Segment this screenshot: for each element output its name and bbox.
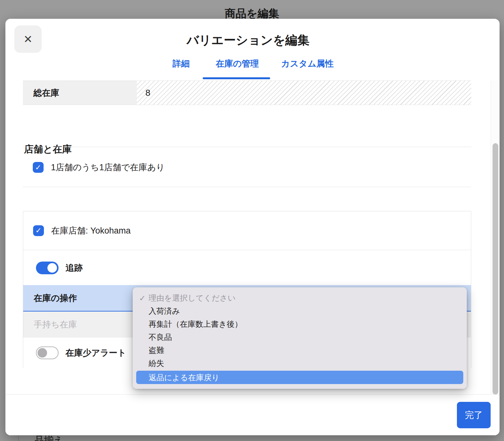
store-checkbox-row[interactable]: ✓ 在庫店舗: Yokohama <box>23 211 471 250</box>
dropdown-option-recount[interactable]: 再集計（在庫数上書き後） <box>133 318 467 331</box>
section-divider <box>23 147 471 147</box>
check-icon: ✓ <box>35 164 41 171</box>
tracking-toggle-label: 追跡 <box>66 262 83 274</box>
toggle-knob <box>47 263 57 273</box>
reason-dropdown-menu: ✓ 理由を選択してください 入荷済み 再集計（在庫数上書き後） 不良品 盗難 紛… <box>133 287 467 389</box>
availability-checkbox[interactable]: ✓ <box>33 162 44 173</box>
modal-title: バリエーションを編集 <box>5 32 491 48</box>
dropdown-option-label: 理由を選択してください <box>149 293 236 303</box>
toggle-knob <box>38 348 47 358</box>
total-inventory-row: 総在庫 8 <box>23 80 471 105</box>
total-inventory-value-text: 8 <box>145 88 150 98</box>
section-divider <box>23 187 471 187</box>
scrollbar-thumb[interactable] <box>493 143 498 395</box>
dropdown-option-loss[interactable]: 紛失 <box>133 357 467 370</box>
tracking-row: 追跡 <box>23 250 471 285</box>
dropdown-option-restock-return[interactable]: 返品による在庫戻り <box>136 371 463 384</box>
done-button[interactable]: 完了 <box>457 402 491 428</box>
total-inventory-value: 8 <box>137 81 471 105</box>
dropdown-option-damaged[interactable]: 不良品 <box>133 331 467 344</box>
tab-details[interactable]: 詳細 <box>172 58 190 69</box>
dropdown-option-received[interactable]: 入荷済み <box>133 304 467 318</box>
tab-inventory-management[interactable]: 在庫の管理 <box>216 58 259 69</box>
stores-section-heading: 店舗と在庫 <box>24 143 72 156</box>
check-icon: ✓ <box>139 293 146 303</box>
low-stock-toggle[interactable] <box>36 346 59 359</box>
tracking-toggle[interactable] <box>36 262 59 274</box>
edit-variation-modal: ✕ バリエーションを編集 詳細 在庫の管理 カスタム属性 総在庫 8 店舗と在庫… <box>5 19 500 435</box>
availability-checkbox-row[interactable]: ✓ 1店舗のうち1店舗で在庫あり <box>33 162 165 173</box>
active-tab-underline <box>203 77 270 79</box>
availability-checkbox-label: 1店舗のうち1店舗で在庫あり <box>51 162 165 173</box>
low-stock-toggle-label: 在庫少アラート <box>66 347 126 359</box>
check-icon: ✓ <box>35 227 41 234</box>
store-checkbox-label: 在庫店舗: Yokohama <box>51 225 131 236</box>
modal-footer: 完了 <box>5 394 500 435</box>
dropdown-option-placeholder[interactable]: ✓ 理由を選択してください <box>133 291 467 304</box>
dropdown-option-theft[interactable]: 盗難 <box>133 344 467 357</box>
store-checkbox[interactable]: ✓ <box>33 225 44 236</box>
stock-action-label: 在庫の操作 <box>34 292 77 304</box>
background-divider <box>18 435 19 441</box>
on-hand-label: 手持ち在庫 <box>34 319 77 330</box>
total-inventory-label: 総在庫 <box>23 81 137 105</box>
tab-custom-attributes[interactable]: カスタム属性 <box>281 58 334 69</box>
